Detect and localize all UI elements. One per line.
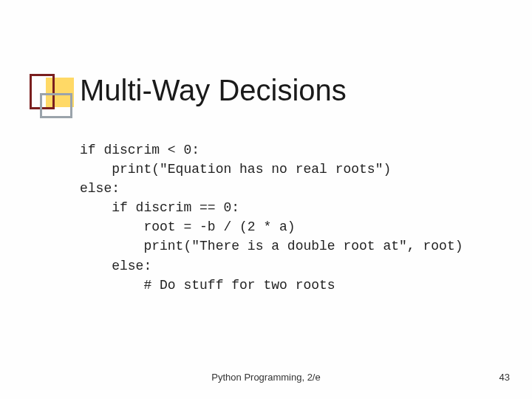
page-number: 43 <box>499 372 510 383</box>
code-block: if discrim < 0: print("Equation has no r… <box>80 140 463 295</box>
footer-book-title: Python Programming, 2/e <box>0 372 532 383</box>
slide-title: Multi-Way Decisions <box>80 74 347 107</box>
slide-decor-icon <box>30 74 81 118</box>
